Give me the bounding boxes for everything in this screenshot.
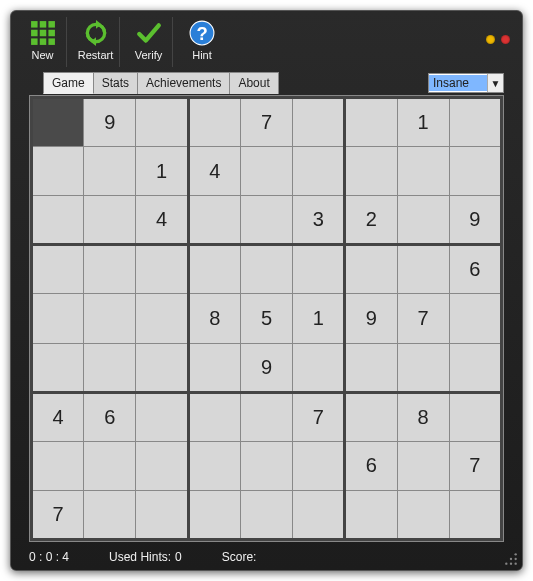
cell-2-4[interactable] xyxy=(240,196,292,245)
cell-1-0[interactable] xyxy=(32,147,84,196)
svg-rect-8 xyxy=(48,38,55,45)
tab-game[interactable]: Game xyxy=(43,72,94,94)
cell-3-8[interactable]: 6 xyxy=(449,245,501,294)
cell-7-3[interactable] xyxy=(188,441,240,490)
svg-point-14 xyxy=(510,558,512,560)
cell-8-5[interactable] xyxy=(293,490,345,539)
svg-rect-6 xyxy=(31,38,37,45)
cell-1-4[interactable] xyxy=(240,147,292,196)
cell-7-2[interactable] xyxy=(136,441,188,490)
cell-4-2[interactable] xyxy=(136,294,188,343)
cell-0-4[interactable]: 7 xyxy=(240,98,292,147)
cell-3-0[interactable] xyxy=(32,245,84,294)
cell-4-3[interactable]: 8 xyxy=(188,294,240,343)
cell-2-8[interactable]: 9 xyxy=(449,196,501,245)
tab-about[interactable]: About xyxy=(229,72,278,94)
cell-2-3[interactable] xyxy=(188,196,240,245)
tab-stats[interactable]: Stats xyxy=(93,72,138,94)
cell-7-4[interactable] xyxy=(240,441,292,490)
minimize-dot[interactable] xyxy=(486,35,495,44)
cell-5-0[interactable] xyxy=(32,343,84,392)
hint-button[interactable]: ? Hint xyxy=(178,17,226,67)
cell-4-7[interactable]: 7 xyxy=(397,294,449,343)
svg-point-17 xyxy=(510,563,512,565)
cell-5-2[interactable] xyxy=(136,343,188,392)
cell-4-8[interactable] xyxy=(449,294,501,343)
cell-5-4[interactable]: 9 xyxy=(240,343,292,392)
cell-1-1[interactable] xyxy=(84,147,136,196)
cell-2-1[interactable] xyxy=(84,196,136,245)
new-button[interactable]: New xyxy=(19,17,67,67)
cell-7-8[interactable]: 7 xyxy=(449,441,501,490)
chevron-down-icon: ▼ xyxy=(487,74,503,92)
cell-7-0[interactable] xyxy=(32,441,84,490)
svg-rect-1 xyxy=(39,21,46,28)
cell-5-6[interactable] xyxy=(345,343,397,392)
cell-5-8[interactable] xyxy=(449,343,501,392)
cell-1-3[interactable]: 4 xyxy=(188,147,240,196)
cell-8-3[interactable] xyxy=(188,490,240,539)
cell-8-0[interactable]: 7 xyxy=(32,490,84,539)
cell-0-5[interactable] xyxy=(293,98,345,147)
cell-3-4[interactable] xyxy=(240,245,292,294)
cell-5-3[interactable] xyxy=(188,343,240,392)
new-label: New xyxy=(31,49,53,61)
cell-0-3[interactable] xyxy=(188,98,240,147)
cell-0-2[interactable] xyxy=(136,98,188,147)
cell-6-8[interactable] xyxy=(449,392,501,441)
cell-7-6[interactable]: 6 xyxy=(345,441,397,490)
cell-6-3[interactable] xyxy=(188,392,240,441)
cell-1-2[interactable]: 1 xyxy=(136,147,188,196)
cell-7-7[interactable] xyxy=(397,441,449,490)
cell-8-2[interactable] xyxy=(136,490,188,539)
cell-2-7[interactable] xyxy=(397,196,449,245)
cell-7-5[interactable] xyxy=(293,441,345,490)
cell-3-7[interactable] xyxy=(397,245,449,294)
cell-8-1[interactable] xyxy=(84,490,136,539)
cell-6-7[interactable]: 8 xyxy=(397,392,449,441)
cell-4-6[interactable]: 9 xyxy=(345,294,397,343)
cell-6-5[interactable]: 7 xyxy=(293,392,345,441)
cell-7-1[interactable] xyxy=(84,441,136,490)
cell-4-4[interactable]: 5 xyxy=(240,294,292,343)
restart-button[interactable]: Restart xyxy=(72,17,120,67)
cell-3-6[interactable] xyxy=(345,245,397,294)
cell-0-6[interactable] xyxy=(345,98,397,147)
cell-0-0[interactable] xyxy=(32,98,84,147)
cell-6-4[interactable] xyxy=(240,392,292,441)
cell-5-5[interactable] xyxy=(293,343,345,392)
cell-3-3[interactable] xyxy=(188,245,240,294)
cell-4-1[interactable] xyxy=(84,294,136,343)
cell-1-7[interactable] xyxy=(397,147,449,196)
cell-5-1[interactable] xyxy=(84,343,136,392)
cell-3-1[interactable] xyxy=(84,245,136,294)
cell-8-8[interactable] xyxy=(449,490,501,539)
cell-0-1[interactable]: 9 xyxy=(84,98,136,147)
cell-6-1[interactable]: 6 xyxy=(84,392,136,441)
cell-6-2[interactable] xyxy=(136,392,188,441)
cell-3-5[interactable] xyxy=(293,245,345,294)
cell-8-7[interactable] xyxy=(397,490,449,539)
cell-2-0[interactable] xyxy=(32,196,84,245)
tab-achievements[interactable]: Achievements xyxy=(137,72,230,94)
cell-4-0[interactable] xyxy=(32,294,84,343)
cell-8-4[interactable] xyxy=(240,490,292,539)
cell-2-5[interactable]: 3 xyxy=(293,196,345,245)
cell-6-6[interactable] xyxy=(345,392,397,441)
cell-3-2[interactable] xyxy=(136,245,188,294)
cell-5-7[interactable] xyxy=(397,343,449,392)
cell-0-8[interactable] xyxy=(449,98,501,147)
cell-1-8[interactable] xyxy=(449,147,501,196)
verify-button[interactable]: Verify xyxy=(125,17,173,67)
cell-0-7[interactable]: 1 xyxy=(397,98,449,147)
cell-1-5[interactable] xyxy=(293,147,345,196)
cell-2-2[interactable]: 4 xyxy=(136,196,188,245)
cell-8-6[interactable] xyxy=(345,490,397,539)
cell-1-6[interactable] xyxy=(345,147,397,196)
cell-6-0[interactable]: 4 xyxy=(32,392,84,441)
cell-4-5[interactable]: 1 xyxy=(293,294,345,343)
close-dot[interactable] xyxy=(501,35,510,44)
cell-2-6[interactable]: 2 xyxy=(345,196,397,245)
difficulty-dropdown[interactable]: Insane ▼ xyxy=(428,73,504,93)
resize-grip-icon[interactable] xyxy=(504,552,518,566)
